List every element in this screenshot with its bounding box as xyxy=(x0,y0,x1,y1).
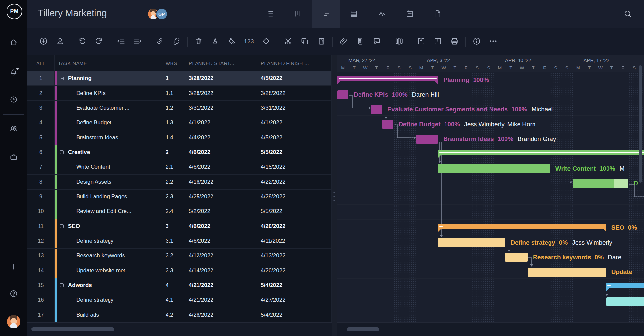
task-bar-row4[interactable] xyxy=(382,120,393,129)
sidebar-item-home[interactable] xyxy=(9,38,18,48)
paste-button[interactable] xyxy=(317,37,326,47)
task-name-cell[interactable]: Design Assets xyxy=(55,175,162,189)
export-button[interactable] xyxy=(433,37,442,47)
search-icon[interactable] xyxy=(623,9,632,18)
pane-splitter[interactable] xyxy=(332,55,337,336)
task-name-cell[interactable]: Evaluate Customer ... xyxy=(55,101,162,115)
tab-gantt-view[interactable] xyxy=(312,0,340,28)
tab-list-view[interactable] xyxy=(256,0,284,28)
table-horizontal-scrollbar[interactable] xyxy=(31,327,114,331)
task-bar-row13[interactable] xyxy=(505,253,528,262)
task-bar-row14[interactable] xyxy=(528,268,606,277)
tab-calendar-view[interactable] xyxy=(396,0,424,28)
table-row-3[interactable]: 3Evaluate Customer ...1.23/31/20223/31/2… xyxy=(27,101,332,115)
task-name-cell[interactable]: Planning xyxy=(55,71,162,85)
task-name-cell[interactable]: Define KPIs xyxy=(55,86,162,100)
task-bar-row12[interactable] xyxy=(438,238,505,247)
member-avatar-initials[interactable]: GP xyxy=(156,8,168,20)
fill-color-button[interactable] xyxy=(227,37,236,47)
table-row-2[interactable]: 2Define KPIs1.13/28/20223/28/2022 xyxy=(27,86,332,100)
tab-sheet-view[interactable] xyxy=(340,0,368,28)
task-bar-row2[interactable] xyxy=(337,90,348,99)
collapse-group-icon[interactable] xyxy=(59,224,64,229)
summary-bar-row1[interactable] xyxy=(337,76,438,81)
tab-board-view[interactable] xyxy=(284,0,312,28)
summary-bar-row6[interactable] xyxy=(438,150,644,155)
sidebar-item-notifications[interactable] xyxy=(9,68,18,78)
table-row-9[interactable]: 9Build Landing Pages2.34/25/20224/29/202… xyxy=(27,190,332,204)
sidebar-item-help[interactable] xyxy=(9,289,18,299)
table-row-6[interactable]: 6Creative24/6/20225/5/2022 xyxy=(27,145,332,160)
cut-button[interactable] xyxy=(284,37,293,47)
column-header[interactable]: TASK NAME xyxy=(55,55,162,71)
column-header[interactable]: PLANNED FINISH ... xyxy=(257,55,332,71)
numbers-button[interactable]: 123 xyxy=(244,38,254,45)
user-avatar[interactable] xyxy=(7,315,20,328)
table-row-17[interactable]: 17Build ads4.24/28/20225/4/2022 xyxy=(27,308,332,323)
table-row-12[interactable]: 12Define strategy3.14/6/20224/11/2022 xyxy=(27,234,332,249)
sidebar-item-portfolio[interactable] xyxy=(9,153,18,163)
task-bar-row7[interactable] xyxy=(438,164,550,173)
summary-bar-row15[interactable] xyxy=(606,283,644,288)
info-button[interactable] xyxy=(472,37,481,47)
table-row-5[interactable]: 5Brainstorm Ideas1.44/4/20224/5/2022 xyxy=(27,130,332,145)
table-row-15[interactable]: 15Adwords44/21/20225/4/2022 xyxy=(27,278,332,293)
task-name-cell[interactable]: Define Budget xyxy=(55,115,162,130)
assign-user-button[interactable] xyxy=(56,37,65,47)
collapse-group-icon[interactable] xyxy=(59,283,64,288)
table-row-16[interactable]: 16Define strategy4.14/21/20224/27/2022 xyxy=(27,293,332,308)
table-row-11[interactable]: 11SEO34/6/20224/20/2022 xyxy=(27,219,332,234)
task-bar-row16[interactable] xyxy=(606,297,644,306)
text-color-button[interactable] xyxy=(211,37,220,47)
delete-button[interactable] xyxy=(194,37,203,47)
task-name-cell[interactable]: Build ads xyxy=(55,308,162,322)
task-name-cell[interactable]: Update website met... xyxy=(55,263,162,278)
table-row-10[interactable]: 10Review and Edit Cre...2.45/2/20225/5/2… xyxy=(27,204,332,219)
sidebar-item-recent[interactable] xyxy=(9,95,18,105)
task-name-cell[interactable]: Creative xyxy=(55,145,162,160)
task-name-cell[interactable]: Research keywords xyxy=(55,249,162,263)
task-name-cell[interactable]: Review and Edit Cre... xyxy=(55,204,162,219)
column-header[interactable]: PLANNED START... xyxy=(185,55,257,71)
undo-button[interactable] xyxy=(78,37,87,47)
attachment-button[interactable] xyxy=(339,37,348,47)
comment-button[interactable] xyxy=(373,37,381,47)
table-row-7[interactable]: 7Write Content2.14/6/20224/15/2022 xyxy=(27,160,332,175)
copy-button[interactable] xyxy=(300,37,309,47)
task-name-cell[interactable]: Adwords xyxy=(55,278,162,293)
gantt-vertical-scrollbar[interactable] xyxy=(639,65,642,183)
add-task-button[interactable] xyxy=(39,37,48,47)
table-row-13[interactable]: 13Research keywords3.24/12/20224/13/2022 xyxy=(27,249,332,263)
column-header[interactable]: ALL xyxy=(27,55,55,71)
table-row-8[interactable]: 8Design Assets2.24/18/20224/22/2022 xyxy=(27,175,332,189)
gantt-horizontal-scrollbar[interactable] xyxy=(347,327,379,331)
table-row-4[interactable]: 4Define Budget1.34/1/20224/1/2022 xyxy=(27,115,332,130)
link-tasks-button[interactable] xyxy=(155,37,164,47)
columns-button[interactable] xyxy=(395,37,403,47)
print-button[interactable] xyxy=(450,37,459,47)
table-row-1[interactable]: 1Planning13/28/20224/5/2022 xyxy=(27,71,332,86)
tab-activity-view[interactable] xyxy=(368,0,396,28)
task-name-cell[interactable]: Define strategy xyxy=(55,234,162,248)
sidebar-item-team[interactable] xyxy=(9,124,18,134)
column-header[interactable]: WBS xyxy=(162,55,185,71)
task-bar-row3[interactable] xyxy=(371,105,382,114)
task-name-cell[interactable]: SEO xyxy=(55,219,162,233)
table-row-14[interactable]: 14Update website met...3.34/14/20224/20/… xyxy=(27,263,332,278)
pm-logo[interactable]: PM xyxy=(7,4,22,19)
import-button[interactable] xyxy=(417,37,426,47)
task-bar-row5[interactable] xyxy=(416,135,438,144)
collapse-group-icon[interactable] xyxy=(59,150,64,155)
notes-button[interactable] xyxy=(356,37,365,47)
outdent-button[interactable] xyxy=(117,37,125,47)
sidebar-item-add[interactable] xyxy=(9,263,18,272)
unlink-tasks-button[interactable] xyxy=(172,37,181,47)
project-members[interactable]: GP xyxy=(147,8,168,20)
indent-button[interactable] xyxy=(133,37,142,47)
milestone-button[interactable] xyxy=(262,37,271,47)
task-name-cell[interactable]: Build Landing Pages xyxy=(55,190,162,204)
task-name-cell[interactable]: Write Content xyxy=(55,160,162,174)
collapse-group-icon[interactable] xyxy=(59,76,64,81)
task-bar-row8[interactable] xyxy=(573,179,629,188)
summary-bar-row11[interactable] xyxy=(438,224,606,229)
